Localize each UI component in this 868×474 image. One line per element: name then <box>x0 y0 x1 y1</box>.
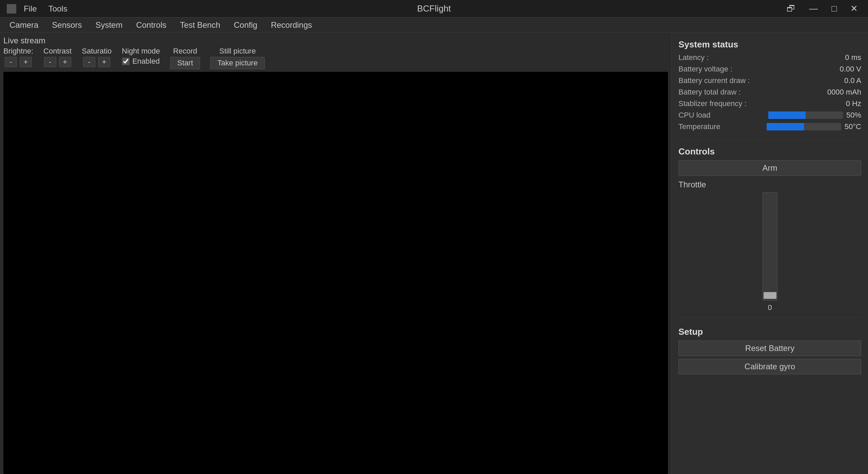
tab-system[interactable]: System <box>89 18 129 32</box>
brightness-plus[interactable]: + <box>20 57 32 67</box>
title-bar: File Tools BCFlight 🗗 — □ ✕ <box>0 0 868 18</box>
app-title: BCFlight <box>417 3 451 14</box>
right-panel: System status Latency : 0 ms Battery vol… <box>671 33 868 474</box>
tab-sensors[interactable]: Sensors <box>46 18 88 32</box>
window-icon <box>7 4 16 14</box>
contrast-label: Contrast <box>43 47 72 56</box>
temperature-value: 50°C <box>845 122 861 131</box>
brightness-label: Brightne: <box>3 47 33 56</box>
night-mode-label: Night mode <box>122 47 160 56</box>
saturation-label: Saturatio <box>82 47 112 56</box>
tab-recordings[interactable]: Recordings <box>265 18 318 32</box>
battery-current-label: Battery current draw : <box>678 76 750 85</box>
stabilizer-freq-label: Stablizer frequency : <box>678 99 747 108</box>
stabilizer-freq-value: 0 Hz <box>846 99 861 108</box>
minimize-button[interactable]: — <box>806 2 821 15</box>
throttle-slider-container: 0 <box>678 192 861 312</box>
divider-2 <box>678 317 861 318</box>
saturation-plus[interactable]: + <box>98 57 110 67</box>
arm-button[interactable]: Arm <box>678 160 861 176</box>
night-mode-group: Night mode Enabled <box>122 47 160 66</box>
cpu-load-row: CPU load 50% <box>678 111 861 120</box>
temperature-label: Temperature <box>678 122 721 131</box>
tabs-bar: Camera Sensors System Controls Test Benc… <box>0 18 868 33</box>
record-label: Record <box>173 47 197 56</box>
cpu-load-bar-container: 50% <box>768 111 861 120</box>
throttle-label: Throttle <box>678 180 861 189</box>
cpu-load-label: CPU load <box>678 111 710 120</box>
reset-battery-button[interactable]: Reset Battery <box>678 341 861 356</box>
saturation-group: Saturatio - + <box>82 47 112 67</box>
battery-total-value: 0000 mAh <box>827 88 861 97</box>
controls-section: Controls Arm Throttle 0 <box>678 146 861 312</box>
divider-1 <box>678 139 861 140</box>
temperature-bar-fill <box>767 123 804 130</box>
brightness-group: Brightne: - + <box>3 47 33 67</box>
battery-voltage-row: Battery voltage : 0.00 V <box>678 65 861 74</box>
system-status-title: System status <box>678 39 861 50</box>
temperature-bar-bg <box>767 123 841 130</box>
close-button[interactable]: ✕ <box>847 2 861 15</box>
latency-row: Latency : 0 ms <box>678 53 861 62</box>
record-start-button[interactable]: Start <box>170 57 200 69</box>
battery-total-label: Battery total draw : <box>678 88 741 97</box>
battery-voltage-value: 0.00 V <box>840 65 861 74</box>
latency-label: Latency : <box>678 53 709 62</box>
night-mode-checkbox[interactable] <box>122 58 130 65</box>
temperature-bar-container: 50°C <box>767 122 861 131</box>
video-area <box>3 72 668 474</box>
camera-panel: Live stream Brightne: - + Contrast - + <box>0 33 671 474</box>
battery-total-row: Battery total draw : 0000 mAh <box>678 88 861 97</box>
restore-button[interactable]: 🗗 <box>783 2 799 15</box>
tab-camera[interactable]: Camera <box>3 18 44 32</box>
tab-config[interactable]: Config <box>228 18 263 32</box>
take-picture-button[interactable]: Take picture <box>210 57 265 69</box>
system-status-section: System status Latency : 0 ms Battery vol… <box>678 39 861 134</box>
battery-voltage-label: Battery voltage : <box>678 65 732 74</box>
night-mode-checkbox-label: Enabled <box>132 57 160 66</box>
menu-file[interactable]: File <box>20 3 41 15</box>
throttle-handle[interactable] <box>764 292 776 299</box>
cpu-load-value: 50% <box>846 111 861 120</box>
contrast-plus[interactable]: + <box>59 57 71 67</box>
controls-title: Controls <box>678 146 861 157</box>
throttle-value: 0 <box>768 303 772 312</box>
tab-controls[interactable]: Controls <box>130 18 172 32</box>
temperature-row: Temperature 50°C <box>678 122 861 131</box>
setup-title: Setup <box>678 327 861 337</box>
setup-section: Setup Reset Battery Calibrate gyro <box>678 327 861 377</box>
camera-controls: Brightne: - + Contrast - + Saturatio - <box>3 47 668 69</box>
cpu-load-bar-fill <box>768 111 806 119</box>
brightness-minus[interactable]: - <box>5 57 17 67</box>
live-stream-label: Live stream <box>3 36 668 45</box>
saturation-minus[interactable]: - <box>83 57 95 67</box>
latency-value: 0 ms <box>845 53 861 62</box>
contrast-minus[interactable]: - <box>44 57 56 67</box>
still-picture-group: Still picture Take picture <box>210 47 265 69</box>
battery-current-row: Battery current draw : 0.0 A <box>678 76 861 85</box>
tab-testbench[interactable]: Test Bench <box>174 18 226 32</box>
main-layout: Live stream Brightne: - + Contrast - + <box>0 33 868 474</box>
contrast-group: Contrast - + <box>43 47 72 67</box>
battery-current-value: 0.0 A <box>844 76 861 85</box>
still-picture-label: Still picture <box>219 47 256 56</box>
maximize-button[interactable]: □ <box>828 2 840 15</box>
throttle-track <box>763 192 777 301</box>
stabilizer-freq-row: Stablizer frequency : 0 Hz <box>678 99 861 108</box>
cpu-load-bar-bg <box>768 111 843 119</box>
menu-tools[interactable]: Tools <box>44 3 72 15</box>
record-group: Record Start <box>170 47 200 69</box>
calibrate-gyro-button[interactable]: Calibrate gyro <box>678 359 861 374</box>
